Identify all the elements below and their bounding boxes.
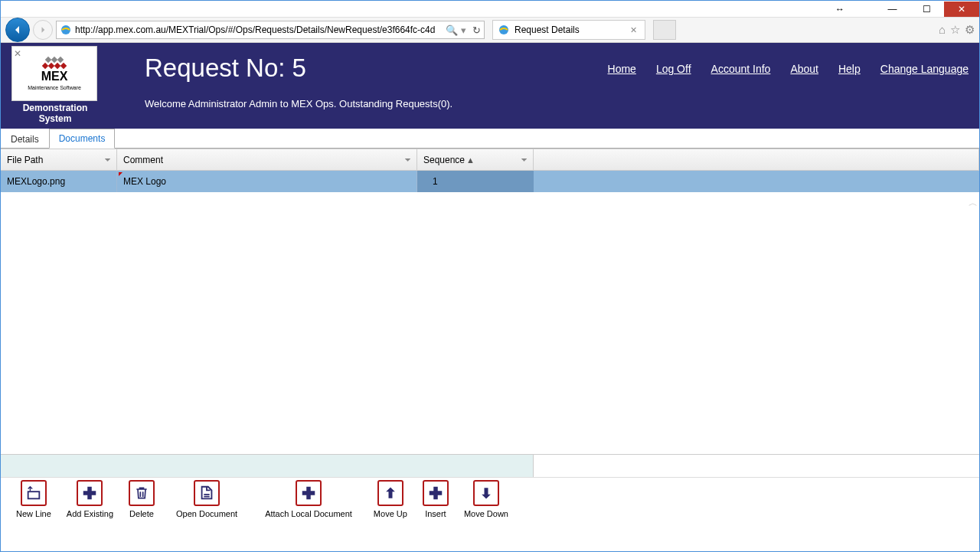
grid-header: File Path⏷ Comment⏷ Sequence▲⏷ [1,149,979,171]
content-tabs: Details Documents [1,129,979,149]
trash-icon [129,480,155,506]
attach-label: Attach Local Document [265,509,352,518]
open-label: Open Document [176,509,237,518]
action-toolbar: New Line Add Existing Delete Open Docume… [1,477,979,523]
welcome-text: Welcome Administrator Admin to MEX Ops. … [145,98,969,109]
new-line-button[interactable]: New Line [16,480,51,518]
col-header-comment-label: Comment [123,155,163,165]
plus-icon [77,480,103,506]
resize-icon: ↔ [835,4,844,15]
new-tab-button[interactable] [653,20,676,40]
arrow-up-icon [377,480,403,506]
maximize-button[interactable]: ☐ [910,2,944,17]
cell-sequence[interactable]: 1 [417,171,534,192]
minimize-button[interactable]: — [875,2,910,17]
move-up-button[interactable]: Move Up [374,480,407,518]
sort-asc-icon: ▲ [466,155,475,165]
add-existing-button[interactable]: Add Existing [67,480,113,518]
tab-documents[interactable]: Documents [49,129,116,149]
new-line-label: New Line [16,509,51,518]
open-icon [194,480,220,506]
filter-icon[interactable]: ⏷ [104,155,112,164]
scroll-up-icon[interactable]: ︿ [969,197,978,210]
move-down-button[interactable]: Move Down [464,480,508,518]
svg-rect-4 [83,491,96,495]
cell-comment[interactable]: MEX Logo [117,171,417,192]
refresh-icon[interactable]: ↻ [472,24,481,36]
grid-body[interactable]: MEXLogo.png MEX Logo 1 ︿﹀ [1,171,979,454]
nav-help[interactable]: Help [838,63,861,75]
logo-subtitle: Maintenance Software [28,85,81,90]
tab-details[interactable]: Details [1,129,49,149]
favorites-icon[interactable]: ☆ [950,23,960,37]
col-header-file[interactable]: File Path⏷ [1,149,117,170]
cell-file[interactable]: MEXLogo.png [1,171,117,192]
header-nav: Home Log Off Account Info About Help Cha… [608,63,969,75]
table-row[interactable]: MEXLogo.png MEX Logo 1 [1,171,979,192]
nav-about[interactable]: About [790,63,818,75]
close-button[interactable]: ✕ [944,2,979,17]
home-icon[interactable]: ⌂ [939,23,946,37]
filter-icon[interactable]: ⏷ [404,155,412,164]
insert-label: Insert [425,509,446,518]
nav-forward-button[interactable] [33,20,53,40]
plus-icon [423,480,449,506]
nav-account[interactable]: Account Info [711,63,771,75]
attach-document-button[interactable]: Attach Local Document [265,480,352,518]
logo-name: MEX [41,70,68,83]
col-header-seq-label: Sequence [423,155,465,165]
col-header-file-label: File Path [7,155,43,165]
filter-icon[interactable]: ⏷ [521,155,528,164]
col-header-spacer [534,149,979,170]
add-existing-label: Add Existing [67,509,113,518]
svg-rect-2 [28,492,40,498]
new-line-icon [21,480,47,506]
browser-tab[interactable]: Request Details ✕ [492,20,645,40]
nav-language[interactable]: Change Language [880,63,969,75]
tools-icon[interactable]: ⚙ [965,23,975,37]
svg-rect-6 [302,491,315,495]
nav-home[interactable]: Home [608,63,636,75]
col-header-comment[interactable]: Comment⏷ [117,149,417,170]
system-label: Demonstration System [11,103,99,124]
scrollbar[interactable]: ︿﹀ [969,192,978,454]
window-titlebar: ↔ — ☐ ✕ [1,1,979,18]
tab-title: Request Details [514,24,580,35]
logo[interactable]: ✕ MEX Maintenance Software [11,46,97,101]
ie-icon [60,24,72,36]
tab-close-icon[interactable]: ✕ [630,25,637,35]
browser-toolbar: 🔍 ▾ ↻ Request Details ✕ ⌂ ☆ ⚙ [1,18,979,43]
delete-label: Delete [129,509,154,518]
address-bar[interactable]: 🔍 ▾ ↻ [56,21,485,39]
panel-close-icon[interactable]: ✕ [14,48,21,59]
app-header: ✕ MEX Maintenance Software Demonstration… [1,43,979,129]
nav-logoff[interactable]: Log Off [656,63,691,75]
browser-tools: ⌂ ☆ ⚙ [939,23,975,37]
ie-icon [498,24,510,36]
search-icon[interactable]: 🔍 ▾ [446,24,466,36]
arrow-down-icon [473,480,499,506]
url-input[interactable] [75,22,443,38]
grid-footer [1,454,979,477]
delete-button[interactable]: Delete [129,480,155,518]
move-up-label: Move Up [374,509,407,518]
insert-button[interactable]: Insert [423,480,449,518]
col-header-sequence[interactable]: Sequence▲⏷ [417,149,534,170]
attach-icon [296,480,322,506]
open-document-button[interactable]: Open Document [176,480,237,518]
move-down-label: Move Down [464,509,508,518]
svg-rect-8 [430,491,443,495]
nav-back-button[interactable] [5,18,30,42]
